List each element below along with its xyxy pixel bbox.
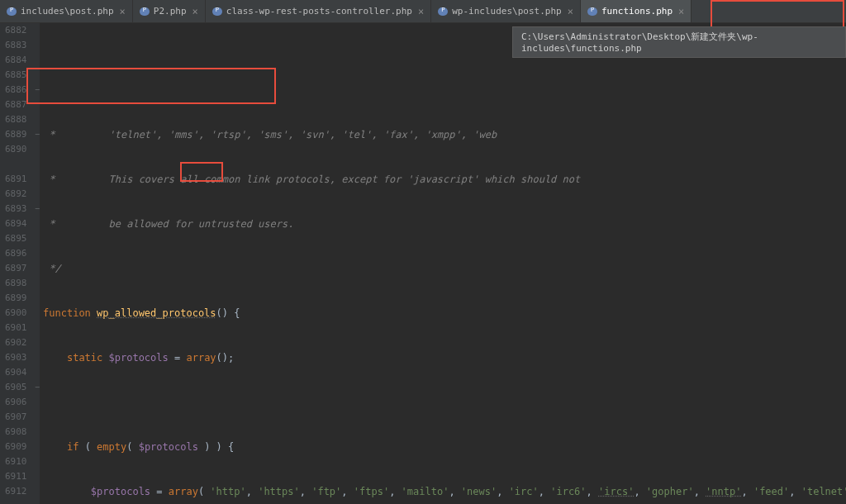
line-number: 6898 [5,276,26,291]
code-line: static $protocols = array(); [43,350,846,365]
tab-label: includes\post.php [21,6,114,17]
line-number: 6910 [5,454,26,469]
code-line: if ( empty( $protocols ) ) { [43,440,846,454]
line-number: 6892 [5,187,26,202]
line-number: 6900 [5,306,26,321]
line-number: 6903 [5,350,26,365]
line-number: 6891 [5,172,26,187]
tab-label: P2.php [154,6,187,17]
line-number: 6890 [5,142,26,157]
line-number: 6902 [5,335,26,350]
line-number: 6884 [5,53,26,68]
line-number: 6908 [5,425,26,440]
close-icon[interactable]: × [192,6,198,17]
tab-p2[interactable]: P2.php × [133,0,206,22]
line-number: 6885 [5,68,26,83]
line-number: 6883 [5,38,26,53]
line-number: 6906 [5,395,26,410]
line-number: 6886 [5,83,26,97]
php-file-icon [7,7,17,17]
php-file-icon [587,7,597,17]
line-number: 6887 [5,97,26,112]
file-path-tooltip: C:\Users\Administrator\Desktop\新建文件夹\wp-… [512,26,846,58]
line-number: 6901 [5,321,26,335]
close-icon[interactable]: × [678,6,684,17]
code-line: * This covers all common link protocols,… [43,172,846,187]
tab-label: class-wp-rest-posts-controller.php [226,6,412,17]
line-number: 6904 [5,365,26,380]
close-icon[interactable]: × [418,6,424,17]
code-editor[interactable]: 6882688368846885688668876888688968906891… [0,23,846,504]
code-line: * 'telnet', 'mms', 'rtsp', 'sms', 'svn',… [43,127,846,142]
line-number-gutter: 6882688368846885688668876888688968906891… [0,23,35,504]
line-number: 6893 [5,202,26,216]
code-line: * be allowed for untrusted users. [43,216,846,231]
line-number: 6899 [5,291,26,306]
line-number: 6882 [5,23,26,38]
php-file-icon [140,7,150,17]
code-line [43,395,846,410]
tab-includes-post[interactable]: includes\post.php × [0,0,133,22]
line-number: 6912 [5,484,26,499]
close-icon[interactable]: × [120,6,126,17]
highlight-box-function [26,68,276,104]
line-number: 6897 [5,261,26,276]
code-line: */ [43,261,846,276]
tab-label: functions.php [601,6,673,17]
tab-label: wp-includes\post.php [452,6,561,17]
tab-controller[interactable]: class-wp-rest-posts-controller.php × [206,0,431,22]
line-number: 6889 [5,127,26,142]
line-number: 6911 [5,469,26,484]
close-icon[interactable]: × [568,6,573,17]
code-line: function wp_allowed_protocols() { [43,306,846,321]
code-line: $protocols = array( 'http', 'https', 'ft… [43,484,846,499]
code-area[interactable]: * 'telnet', 'mms', 'rtsp', 'sms', 'svn',… [40,23,846,504]
php-file-icon [212,7,222,17]
line-number: 6896 [5,246,26,261]
editor-tabs: includes\post.php × P2.php × class-wp-re… [0,0,846,23]
tab-functions[interactable]: functions.php × [581,0,692,22]
tab-wp-post[interactable]: wp-includes\post.php × [431,0,581,22]
php-file-icon [438,7,448,17]
line-number: 6888 [5,112,26,127]
line-number: 6909 [5,440,26,454]
line-number [5,157,26,172]
line-number: 6895 [5,231,26,246]
line-number: 6894 [5,216,26,231]
line-number: 6907 [5,410,26,425]
line-number: 6905 [5,380,26,395]
